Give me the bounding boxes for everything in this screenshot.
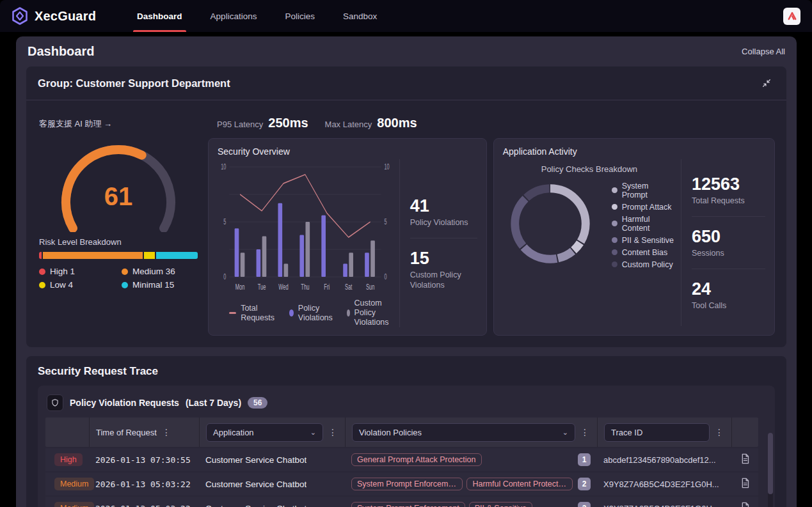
dot-swatch-icon — [289, 309, 294, 316]
latency-value: 250ms — [268, 116, 308, 130]
risk-segment-minimal — [156, 252, 198, 259]
svg-text:5: 5 — [223, 217, 226, 226]
document-icon[interactable] — [740, 478, 750, 491]
risk-score-gauge: 61 — [51, 135, 186, 232]
latency-value: 800ms — [377, 116, 417, 130]
policy-tags: System Prompt EnforcementHarmful Content… — [351, 478, 573, 490]
request-time: 2026-01-13 05:03:22 — [95, 504, 191, 507]
stat-label: Tool Calls — [692, 300, 765, 311]
policy-checks-donut-chart — [503, 176, 598, 274]
risk-legend-item: Minimal 15 — [122, 280, 199, 290]
policy-tag[interactable]: System Prompt Enforcement — [351, 502, 465, 507]
svg-text:5: 5 — [384, 217, 386, 226]
table-header-row: Time of Request⋮Application⌄⋮Violation P… — [45, 417, 758, 447]
risk-legend-label: Minimal 15 — [132, 280, 174, 290]
column-label: Time of Request — [96, 428, 157, 437]
cell-application: Customer Service Chatbot — [199, 455, 345, 465]
cell-severity: High — [45, 453, 89, 466]
policy-violation-table: Time of Request⋮Application⌄⋮Violation P… — [45, 417, 758, 507]
chevron-down-icon: ⌄ — [310, 428, 316, 437]
stats-divider — [410, 238, 477, 238]
policy-tag[interactable]: Harmful Content Protection — [466, 478, 573, 490]
brand[interactable]: XecGuard — [10, 6, 96, 26]
policy-tag[interactable]: System Prompt Enforcement — [351, 478, 463, 490]
svg-text:10: 10 — [221, 162, 226, 171]
nav-tabs: DashboardApplicationsPoliciesSandbox — [125, 0, 388, 32]
column-filter-dropdown[interactable]: Trace ID — [604, 423, 710, 442]
policy-tags: General Prompt Attack Protection — [351, 453, 482, 466]
cell-time: 2026-01-13 07:30:55 — [89, 455, 199, 465]
stat-label: Policy Violations — [410, 217, 477, 228]
donut-legend-item: System Prompt — [612, 182, 676, 199]
application-name: Customer Service Chatbot — [205, 504, 306, 507]
donut-legend-item: Prompt Attack — [612, 203, 676, 212]
risk-summary-panel: 客服支援 AI 助理 → 61 Risk Level Breakdown Hig… — [38, 109, 199, 336]
table-scrollbar-thumb[interactable] — [768, 433, 773, 494]
risk-legend-item: Medium 36 — [122, 267, 199, 276]
donut-legend-item: PII & Sensitive — [612, 236, 676, 245]
kebab-menu-icon[interactable]: ⋮ — [713, 427, 725, 437]
application-name: Customer Service Chatbot — [205, 480, 306, 489]
workspace-app-button[interactable] — [783, 8, 800, 25]
nav-tab-policies[interactable]: Policies — [273, 0, 326, 32]
stat-value: 15 — [410, 249, 477, 268]
column-filter-dropdown[interactable]: Violation Policies⌄ — [352, 423, 575, 442]
donut-legend-dot — [612, 221, 617, 226]
stat-label: Sessions — [692, 248, 765, 258]
stat-label: Custom Policy Violations — [410, 270, 477, 290]
kebab-menu-icon[interactable]: ⋮ — [579, 427, 591, 437]
chart-legend-label: Total Requests — [241, 304, 278, 323]
document-icon[interactable] — [740, 502, 750, 507]
security-overview-chart: 00551010MonTueWedThuFriSatSun — [218, 159, 393, 297]
donut-legend-item: Custom Policy — [612, 260, 676, 269]
donut-legend-label: System Prompt — [622, 182, 676, 199]
risk-breakdown-title: Risk Level Breakdown — [39, 237, 199, 247]
policy-tag[interactable]: General Prompt Attack Protection — [351, 453, 482, 466]
cell-violation-policies: System Prompt EnforcementHarmful Content… — [345, 478, 597, 490]
svg-text:Fri: Fri — [324, 283, 330, 291]
table-scrollbar[interactable] — [768, 433, 773, 507]
chart-legend-label: Custom Policy Violations — [354, 299, 393, 327]
chart-legend-label: Policy Violations — [298, 304, 335, 323]
document-icon[interactable] — [740, 453, 750, 467]
cell-actions — [731, 502, 758, 507]
nav-tab-applications[interactable]: Applications — [199, 0, 269, 32]
donut-legend-label: Harmful Content — [622, 215, 676, 233]
column-filter-dropdown[interactable]: Application⌄ — [206, 423, 323, 442]
table-row[interactable]: Medium2026-01-13 05:03:22Customer Servic… — [45, 472, 758, 495]
donut-legend-dot — [612, 237, 617, 243]
kebab-menu-icon[interactable]: ⋮ — [161, 427, 172, 437]
donut-legend-label: Content Bias — [622, 248, 668, 257]
table-row[interactable]: High2026-01-13 07:30:55Customer Service … — [45, 448, 758, 471]
nav-tab-dashboard[interactable]: Dashboard — [125, 0, 194, 32]
policy-checks-legend: System PromptPrompt AttackHarmful Conten… — [612, 182, 676, 269]
cell-trace-id: abcdef1234567890abcdef12... — [597, 455, 731, 465]
svg-text:0: 0 — [223, 272, 226, 281]
line-swatch-icon — [229, 312, 236, 314]
nav-tab-sandbox[interactable]: Sandbox — [331, 0, 388, 32]
risk-segment-high — [39, 252, 42, 259]
brand-name: XecGuard — [35, 9, 96, 24]
request-time: 2026-01-13 05:03:22 — [95, 480, 191, 489]
risk-segment-medium — [43, 252, 143, 259]
policy-tag[interactable]: PII & Sensitive — [469, 502, 532, 507]
trace-section-title: Security Request Trace — [38, 365, 775, 378]
app-detail-link[interactable]: 客服支援 AI 助理 → — [39, 118, 199, 130]
application-activity-title: Application Activity — [503, 146, 765, 157]
donut-legend-item: Harmful Content — [612, 215, 676, 233]
security-overview-title: Security Overview — [218, 146, 477, 157]
svg-text:Wed: Wed — [278, 283, 289, 291]
main-panel: Dashboard Collapse All Group: Customer S… — [16, 36, 797, 507]
shield-icon — [47, 394, 63, 411]
collapse-all-button[interactable]: Collapse All — [742, 47, 785, 56]
stat-value: 24 — [692, 279, 765, 299]
stat-label: Total Requests — [692, 196, 765, 206]
collapse-group-button[interactable] — [758, 75, 775, 91]
group-title: Group: Customer Support Department — [38, 77, 230, 90]
risk-legend-label: Low 4 — [50, 280, 73, 290]
top-nav: XecGuard DashboardApplicationsPoliciesSa… — [0, 0, 812, 32]
application-activity-card: Application Activity Policy Checks Break… — [493, 138, 775, 336]
cell-violation-policies: System Prompt EnforcementPII & Sensitive… — [345, 502, 597, 507]
table-row[interactable]: Medium2026-01-13 05:03:22Customer Servic… — [45, 497, 758, 507]
kebab-menu-icon[interactable]: ⋮ — [327, 427, 338, 437]
